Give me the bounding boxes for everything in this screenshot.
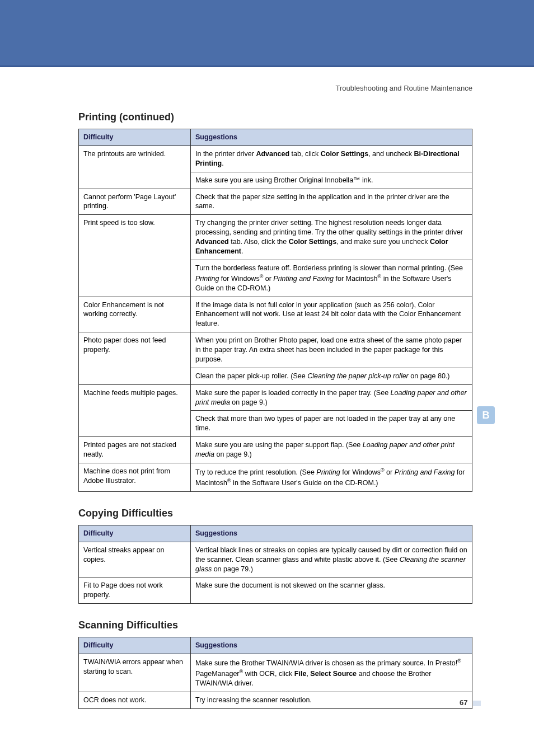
page-number: 67 [460, 698, 467, 707]
cell-suggestion: Try increasing the scanner resolution. [191, 692, 472, 709]
page-footer: 67 [460, 698, 481, 707]
sections: Printing (continued)DifficultySuggestion… [78, 111, 472, 709]
table-row: TWAIN/WIA errors appear when starting to… [79, 654, 472, 692]
cell-suggestion: Try changing the printer driver setting.… [191, 215, 472, 260]
cell-suggestion: When you print on Brother Photo paper, l… [191, 332, 472, 368]
cell-difficulty: Machine feeds multiple pages. [79, 384, 191, 437]
table-header-row: DifficultySuggestions [79, 129, 472, 146]
cell-suggestion: Make sure you are using Brother Original… [191, 172, 472, 189]
table-row: The printouts are wrinkled.In the printe… [79, 145, 472, 172]
table-row: Print speed is too slow.Try changing the… [79, 215, 472, 260]
col-difficulty: Difficulty [79, 525, 191, 542]
section-title: Scanning Difficulties [78, 619, 472, 631]
cell-suggestion: Vertical black lines or streaks on copie… [191, 542, 472, 577]
cell-suggestion: Check that more than two types of paper … [191, 411, 472, 437]
header-bar [0, 0, 534, 67]
table-header-row: DifficultySuggestions [79, 525, 472, 542]
cell-suggestion: Turn the borderless feature off. Borderl… [191, 260, 472, 297]
cell-suggestion: Make sure you are using the paper suppor… [191, 437, 472, 463]
cell-difficulty: Printed pages are not stacked neatly. [79, 437, 191, 463]
page-marker-icon [473, 701, 481, 706]
table-row: Fit to Page does not work properly.Make … [79, 577, 472, 604]
table-row: Machine does not print from Adobe Illust… [79, 463, 472, 491]
cell-difficulty: Fit to Page does not work properly. [79, 577, 191, 604]
cell-difficulty: TWAIN/WIA errors appear when starting to… [79, 654, 191, 692]
section-tab: B [477, 406, 495, 424]
difficulty-table: DifficultySuggestionsThe printouts are w… [78, 129, 472, 492]
cell-difficulty: Color Enhancement is not working correct… [79, 297, 191, 332]
difficulty-table: DifficultySuggestionsVertical streaks ap… [78, 525, 472, 604]
cell-suggestion: Make sure the paper is loaded correctly … [191, 384, 472, 411]
cell-suggestion: If the image data is not full color in y… [191, 297, 472, 332]
cell-difficulty: Print speed is too slow. [79, 215, 191, 297]
section-title: Copying Difficulties [78, 508, 472, 519]
cell-difficulty: Photo paper does not feed properly. [79, 332, 191, 385]
cell-difficulty: The printouts are wrinkled. [79, 145, 191, 189]
table-row: Printed pages are not stacked neatly.Mak… [79, 437, 472, 463]
cell-difficulty: OCR does not work. [79, 692, 191, 709]
table-row: Cannot perform 'Page Layout' printing.Ch… [79, 189, 472, 215]
cell-suggestion: Try to reduce the print resolution. (See… [191, 463, 472, 491]
col-suggestions: Suggestions [191, 525, 472, 542]
difficulty-table: DifficultySuggestionsTWAIN/WIA errors ap… [78, 637, 472, 709]
section-title: Printing (continued) [78, 111, 472, 123]
col-suggestions: Suggestions [191, 637, 472, 654]
cell-suggestion: Check that the paper size setting in the… [191, 189, 472, 215]
breadcrumb: Troubleshooting and Routine Maintenance [78, 84, 472, 92]
cell-suggestion: In the printer driver Advanced tab, clic… [191, 145, 472, 172]
table-header-row: DifficultySuggestions [79, 637, 472, 654]
cell-difficulty: Vertical streaks appear on copies. [79, 542, 191, 577]
table-row: OCR does not work.Try increasing the sca… [79, 692, 472, 709]
page-body: Troubleshooting and Routine Maintenance … [0, 67, 534, 709]
cell-suggestion: Make sure the document is not skewed on … [191, 577, 472, 604]
table-row: Vertical streaks appear on copies.Vertic… [79, 542, 472, 577]
cell-suggestion: Clean the paper pick-up roller. (See Cle… [191, 368, 472, 384]
cell-difficulty: Machine does not print from Adobe Illust… [79, 463, 191, 491]
col-difficulty: Difficulty [79, 129, 191, 146]
col-suggestions: Suggestions [191, 129, 472, 146]
table-row: Photo paper does not feed properly.When … [79, 332, 472, 368]
table-row: Machine feeds multiple pages.Make sure t… [79, 384, 472, 411]
cell-difficulty: Cannot perform 'Page Layout' printing. [79, 189, 191, 215]
table-row: Color Enhancement is not working correct… [79, 297, 472, 332]
cell-suggestion: Make sure the Brother TWAIN/WIA driver i… [191, 654, 472, 692]
col-difficulty: Difficulty [79, 637, 191, 654]
